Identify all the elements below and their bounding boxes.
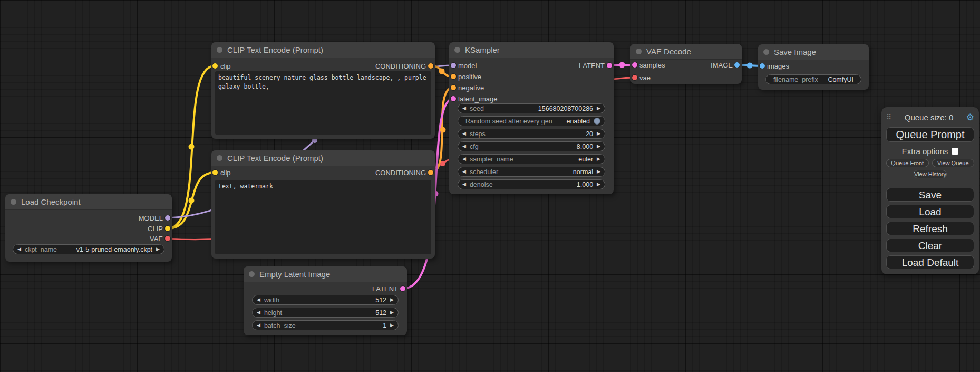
- positive-input-port[interactable]: [451, 74, 456, 79]
- node-load-checkpoint[interactable]: Load Checkpoint MODEL CLIP VAE ◀ ckpt_na…: [5, 194, 172, 262]
- prev-value-arrow-icon[interactable]: ◀: [462, 131, 466, 136]
- latent-output-port[interactable]: [607, 63, 612, 68]
- next-value-arrow-icon[interactable]: ▶: [597, 131, 600, 136]
- random-seed-toggle-widget[interactable]: Random seed after every gen enabled: [458, 116, 605, 126]
- input-label-latent-image: latent_image: [458, 95, 497, 103]
- sampler-name-widget[interactable]: ◀ sampler_name euler ▶: [458, 154, 605, 164]
- next-value-arrow-icon[interactable]: ▶: [597, 157, 600, 161]
- graph-canvas[interactable]: { "colors": { "clip": "#FFD426", "model"…: [0, 0, 980, 372]
- widget-label: batch_size: [264, 322, 296, 329]
- batch-size-widget[interactable]: ◀ batch_size 1 ▶: [252, 320, 399, 330]
- output-label-vae: VAE: [150, 235, 163, 243]
- queue-prompt-button[interactable]: Queue Prompt: [886, 127, 974, 142]
- collapse-dot-icon[interactable]: [454, 47, 460, 53]
- negative-prompt-textarea[interactable]: text, watermark: [215, 180, 431, 254]
- prev-value-arrow-icon[interactable]: ◀: [462, 157, 466, 161]
- node-titlebar[interactable]: Load Checkpoint: [5, 194, 172, 210]
- node-clip-text-encode-positive[interactable]: CLIP Text Encode (Prompt) clip CONDITION…: [211, 42, 435, 139]
- next-value-arrow-icon[interactable]: ▶: [597, 144, 600, 149]
- images-input-port[interactable]: [760, 63, 765, 69]
- vae-output-port[interactable]: [165, 236, 170, 241]
- prev-value-arrow-icon[interactable]: ◀: [462, 169, 466, 174]
- collapse-dot-icon[interactable]: [763, 49, 769, 55]
- negative-input-port[interactable]: [451, 85, 456, 90]
- clip-input-port[interactable]: [212, 170, 218, 175]
- prev-value-arrow-icon[interactable]: ◀: [462, 144, 466, 149]
- denoise-widget[interactable]: ◀ denoise 1.000 ▶: [458, 179, 605, 189]
- next-value-arrow-icon[interactable]: ▶: [390, 323, 394, 328]
- next-value-arrow-icon[interactable]: ▶: [390, 310, 394, 315]
- steps-widget[interactable]: ◀ steps 20 ▶: [458, 129, 605, 139]
- prev-value-arrow-icon[interactable]: ◀: [17, 247, 21, 252]
- load-button[interactable]: Load: [886, 205, 974, 218]
- node-titlebar[interactable]: Save Image: [758, 44, 869, 60]
- node-clip-text-encode-negative[interactable]: CLIP Text Encode (Prompt) clip CONDITION…: [211, 150, 435, 259]
- collapse-dot-icon[interactable]: [217, 155, 222, 161]
- drag-handle-icon[interactable]: ⠿: [886, 113, 891, 121]
- ckpt-name-widget[interactable]: ◀ ckpt_name v1-5-pruned-emaonly.ckpt ▶: [13, 244, 164, 254]
- view-queue-button[interactable]: View Queue: [932, 159, 975, 167]
- node-empty-latent-image[interactable]: Empty Latent Image LATENT ◀ width 512 ▶ …: [244, 266, 407, 335]
- latent-image-input-port[interactable]: [451, 96, 456, 101]
- gear-icon[interactable]: ⚙: [966, 113, 974, 122]
- collapse-dot-icon[interactable]: [249, 271, 255, 277]
- widget-value: 156680208700286: [538, 105, 593, 112]
- input-label-clip: clip: [220, 62, 231, 70]
- collapse-dot-icon[interactable]: [636, 49, 642, 54]
- view-history-button[interactable]: View History: [914, 170, 947, 178]
- next-value-arrow-icon[interactable]: ▶: [156, 247, 160, 252]
- refresh-button[interactable]: Refresh: [886, 222, 974, 235]
- width-widget[interactable]: ◀ width 512 ▶: [252, 295, 399, 305]
- queue-front-button[interactable]: Queue Front: [886, 159, 929, 167]
- scheduler-widget[interactable]: ◀ scheduler normal ▶: [458, 167, 605, 177]
- next-value-arrow-icon[interactable]: ▶: [597, 106, 600, 111]
- save-button[interactable]: Save: [886, 188, 974, 202]
- prev-value-arrow-icon[interactable]: ◀: [257, 310, 260, 315]
- node-titlebar[interactable]: CLIP Text Encode (Prompt): [211, 150, 435, 166]
- collapse-dot-icon[interactable]: [11, 199, 16, 205]
- node-titlebar[interactable]: CLIP Text Encode (Prompt): [211, 42, 435, 58]
- conditioning-output-port[interactable]: [428, 170, 433, 175]
- conditioning-output-port[interactable]: [428, 63, 433, 69]
- clip-output-port[interactable]: [165, 226, 170, 231]
- prev-value-arrow-icon[interactable]: ◀: [257, 323, 260, 328]
- prev-value-arrow-icon[interactable]: ◀: [462, 182, 466, 187]
- prev-value-arrow-icon[interactable]: ◀: [257, 298, 260, 302]
- widget-label: scheduler: [470, 168, 498, 176]
- node-ksampler[interactable]: KSampler model positive negative latent_…: [449, 42, 614, 194]
- clear-button[interactable]: Clear: [886, 239, 974, 252]
- collapse-dot-icon[interactable]: [217, 47, 222, 53]
- model-input-port[interactable]: [451, 63, 456, 68]
- cfg-widget[interactable]: ◀ cfg 8.000 ▶: [458, 141, 605, 151]
- model-output-port[interactable]: [165, 215, 170, 221]
- image-output-port[interactable]: [734, 62, 740, 68]
- output-label-conditioning: CONDITIONING: [375, 62, 426, 70]
- input-label-positive: positive: [458, 73, 481, 81]
- load-default-button[interactable]: Load Default: [886, 255, 974, 269]
- next-value-arrow-icon[interactable]: ▶: [597, 182, 600, 187]
- node-titlebar[interactable]: KSampler: [449, 42, 614, 58]
- node-save-image[interactable]: Save Image images filename_prefix ComfyU…: [758, 44, 869, 90]
- filename-prefix-widget[interactable]: filename_prefix ComfyUI: [765, 74, 861, 84]
- widget-label: sampler_name: [470, 156, 513, 163]
- node-vae-decode[interactable]: VAE Decode samples vae IMAGE: [630, 44, 742, 84]
- extra-options-checkbox[interactable]: [952, 148, 958, 155]
- node-title: KSampler: [465, 45, 500, 54]
- next-value-arrow-icon[interactable]: ▶: [597, 169, 600, 174]
- widget-value: 8.000: [577, 143, 593, 150]
- latent-output-port[interactable]: [400, 286, 405, 291]
- widget-value: 1.000: [577, 181, 593, 188]
- node-titlebar[interactable]: Empty Latent Image: [244, 266, 407, 282]
- node-titlebar[interactable]: VAE Decode: [630, 44, 742, 60]
- link-midpoint-dot: [189, 198, 195, 204]
- vae-input-port[interactable]: [632, 75, 637, 80]
- prev-value-arrow-icon[interactable]: ◀: [462, 106, 466, 111]
- height-widget[interactable]: ◀ height 512 ▶: [252, 308, 399, 318]
- positive-prompt-textarea[interactable]: beautiful scenery nature glass bottle la…: [215, 71, 431, 135]
- samples-input-port[interactable]: [632, 62, 637, 68]
- toggle-on-icon[interactable]: [594, 118, 600, 125]
- next-value-arrow-icon[interactable]: ▶: [390, 298, 394, 302]
- widget-value: normal: [573, 168, 593, 176]
- seed-widget[interactable]: ◀ seed 156680208700286 ▶: [458, 103, 605, 113]
- clip-input-port[interactable]: [212, 63, 218, 69]
